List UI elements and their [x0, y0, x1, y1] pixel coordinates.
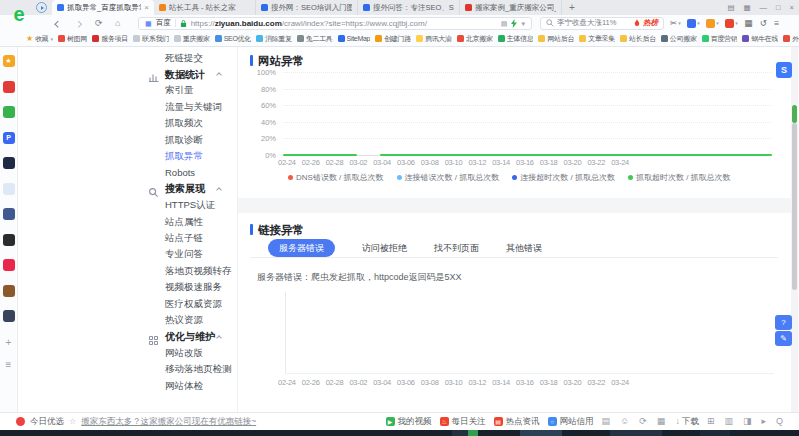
- legend-item[interactable]: 连接错误次数 / 抓取总次数: [397, 172, 500, 183]
- app-shortcut-icon[interactable]: [3, 259, 15, 271]
- app-shortcut-icon[interactable]: [3, 208, 15, 220]
- media-icon[interactable]: ▸: [761, 417, 768, 426]
- minimize-button[interactable]: —: [760, 4, 768, 12]
- url-box[interactable]: ▦ 百度 https://ziyuan.baidu.com/crawl/inde…: [138, 17, 532, 30]
- scrollbar-thumb[interactable]: [792, 123, 797, 290]
- link-anomaly-tab[interactable]: 其他错误: [506, 242, 542, 255]
- sidebar-menu-item[interactable]: 流量与关键词: [18, 99, 237, 115]
- daily-picks-label[interactable]: 今日优选: [30, 416, 64, 428]
- bookmark-item[interactable]: 蜗牛在线: [742, 34, 778, 44]
- bookmark-item[interactable]: 创建门路: [375, 34, 411, 44]
- bookmark-item[interactable]: 公司搬家: [661, 34, 697, 44]
- sidebar-menu-item[interactable]: 专业问答: [18, 247, 237, 263]
- app-list-button[interactable]: ≡: [6, 360, 12, 370]
- app-shortcut-icon[interactable]: [3, 81, 15, 93]
- sidebar-menu-item[interactable]: 索引量: [18, 83, 237, 99]
- sidebar-menu-item[interactable]: 抓取频次: [18, 116, 237, 132]
- login-manager-icon[interactable]: ▾: [687, 19, 700, 28]
- history-icon[interactable]: ⟳: [639, 417, 649, 426]
- bookmark-item[interactable]: 重庆搬家: [174, 34, 210, 44]
- download-button[interactable]: ↓ 下载: [675, 416, 699, 428]
- app-shortcut-icon[interactable]: [3, 157, 15, 169]
- screenshot-scissors-icon[interactable]: ✂ ▾: [670, 19, 681, 28]
- bookmark-item[interactable]: 服务项目: [92, 34, 128, 44]
- sidebar-item-dead-links[interactable]: 死链提交: [18, 50, 237, 66]
- legend-item[interactable]: 连接超时次数 / 抓取总次数: [512, 172, 615, 183]
- window-split-icon[interactable]: ⊞: [707, 417, 717, 426]
- add-app-button[interactable]: +: [6, 338, 12, 348]
- bookmark-item[interactable]: 兔二工具: [297, 34, 333, 44]
- app-shortcut-icon[interactable]: P: [3, 132, 15, 144]
- daily-follow[interactable]: ♨ 每日关注: [440, 416, 486, 428]
- maximize-button[interactable]: □: [776, 4, 781, 12]
- panel-icon[interactable]: ▤: [602, 417, 613, 426]
- feedback-smiley-icon[interactable]: ☺: [620, 417, 631, 426]
- app-shortcut-icon[interactable]: ★: [3, 55, 15, 67]
- favorites-menu[interactable]: ★ 收藏 ▾: [26, 34, 53, 44]
- sidebar-menu-item[interactable]: 网站改版: [18, 345, 237, 361]
- sidebar-menu-item[interactable]: HTTPS认证: [18, 198, 237, 214]
- app-shortcut-icon[interactable]: [3, 183, 15, 195]
- legend-item[interactable]: DNS错误数 / 抓取总次数: [288, 172, 384, 183]
- feedback-button[interactable]: ✎: [775, 331, 792, 346]
- sidebar-menu-item[interactable]: 落地页视频转存: [18, 263, 237, 279]
- sidebar-section-optimize[interactable]: 优化与维护: [18, 329, 237, 345]
- sidebar-menu-item[interactable]: 抓取诊断: [18, 132, 237, 148]
- sidebar-menu-item[interactable]: 站点子链: [18, 230, 237, 246]
- browser-side-panel-button[interactable]: S: [776, 62, 792, 78]
- search-box[interactable]: 李宁收盘大涨11% 热榜: [540, 17, 664, 30]
- zoom-icon[interactable]: Q: [776, 417, 785, 426]
- sidebar-menu-item[interactable]: 医疗权威资源: [18, 296, 237, 312]
- bookmark-item[interactable]: 北京搬家: [457, 34, 493, 44]
- help-button[interactable]: ?: [775, 315, 792, 330]
- browser-assistant-icon[interactable]: [36, 2, 47, 13]
- chevron-down-icon[interactable]: ▾: [521, 20, 525, 27]
- menu-icon[interactable]: ≡: [774, 19, 780, 28]
- bookmark-item[interactable]: SEO优化: [215, 34, 251, 44]
- bookmark-item[interactable]: 文章采集: [579, 34, 615, 44]
- sidebar-menu-item[interactable]: Robots: [18, 165, 237, 181]
- bookmark-item[interactable]: 外链吧: [783, 34, 799, 44]
- back-button[interactable]: [56, 18, 61, 28]
- sidebar-menu-item[interactable]: 网站体检: [18, 378, 237, 394]
- app-shortcut-icon[interactable]: [3, 106, 15, 118]
- sidebar-section-search-display[interactable]: 搜索展现: [18, 181, 237, 197]
- game-center-icon[interactable]: ▾: [725, 19, 738, 28]
- workspace-icon[interactable]: ▦: [743, 4, 750, 12]
- apps-grid-icon[interactable]: ▦: [744, 19, 753, 28]
- sidebar-section-data-stats[interactable]: 数据统计: [18, 66, 237, 82]
- browser-tab[interactable]: 站长工具 - 站长之家: [154, 0, 256, 15]
- hot-news[interactable]: ▤ 热点资讯: [494, 416, 540, 428]
- browser-logo[interactable]: e: [6, 1, 32, 29]
- app-shortcut-icon[interactable]: [3, 285, 15, 297]
- bookmark-item[interactable]: SiteMap: [338, 35, 371, 42]
- new-tab-button[interactable]: +: [564, 0, 580, 15]
- legend-item[interactable]: 抓取超时次数 / 抓取总次数: [628, 172, 731, 183]
- browser-tab[interactable]: 搬家案例_重庆搬家公司_重庆搬...: [460, 0, 562, 15]
- forward-button[interactable]: [76, 18, 81, 28]
- bookmark-item[interactable]: 树图网: [58, 34, 87, 44]
- close-button[interactable]: ×: [790, 4, 794, 12]
- skin-icon[interactable]: ▦: [657, 417, 668, 426]
- security-shield-icon[interactable]: ▾: [706, 19, 719, 28]
- link-anomaly-tab[interactable]: 访问被拒绝: [362, 242, 407, 255]
- sidebar-toggle-icon[interactable]: ◨: [743, 417, 754, 426]
- browser-tab[interactable]: 搜外问答：专注SEO、SEM、...: [358, 0, 460, 15]
- sidebar-menu-item[interactable]: 视频极速服务: [18, 279, 237, 295]
- page-scrollbar[interactable]: [791, 47, 798, 412]
- bookmark-item[interactable]: 主体信息: [498, 34, 534, 44]
- home-button[interactable]: ⌂: [115, 18, 120, 28]
- app-shortcut-icon[interactable]: [3, 234, 15, 246]
- reader-icon[interactable]: ▥: [724, 417, 735, 426]
- sidebar-menu-item[interactable]: 热议资源: [18, 312, 237, 328]
- promo-link[interactable]: 搬家东西太多？这家搬家公司现在有优惠链接~: [81, 416, 256, 428]
- sidebar-menu-item[interactable]: 抓取异常: [18, 148, 237, 164]
- sidebar-menu-item[interactable]: 站点属性: [18, 214, 237, 230]
- reader-mode-icon[interactable]: ▤: [501, 20, 508, 27]
- sidebar-menu-item[interactable]: 移动落地页检测: [18, 361, 237, 377]
- bookmark-item[interactable]: 消除重复: [256, 34, 292, 44]
- bookmark-item[interactable]: 联系我们: [133, 34, 169, 44]
- bookmark-item[interactable]: 站长后台: [620, 34, 656, 44]
- tab-list-icon[interactable]: ▤: [727, 4, 734, 12]
- browser-tab[interactable]: 搜外网：SEO培训入门图文教程: [256, 0, 358, 15]
